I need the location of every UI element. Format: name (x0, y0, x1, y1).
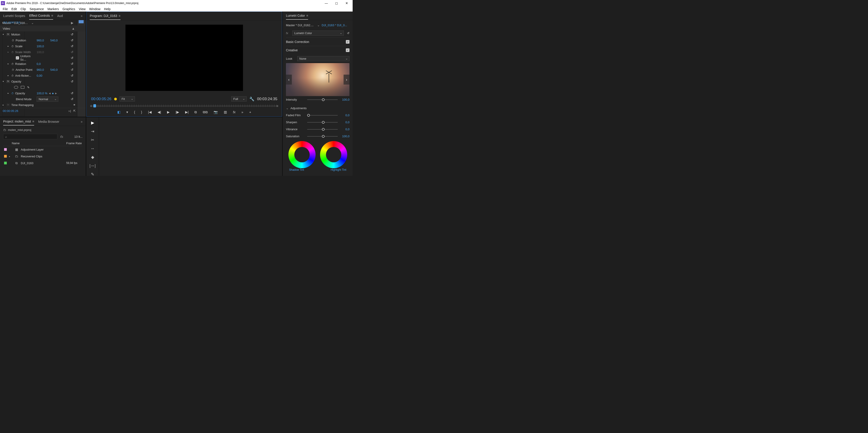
anchor-y[interactable]: 540,0 (51, 68, 58, 71)
stopwatch-icon[interactable] (11, 62, 14, 66)
tab-lumetri-scopes[interactable]: Lumetri Scopes (3, 12, 25, 20)
ellipse-mask-icon[interactable] (14, 86, 18, 89)
menu-help[interactable]: Help (102, 7, 112, 11)
mark-out-icon[interactable]: } (141, 110, 142, 114)
play-icon[interactable]: ▶ (167, 110, 170, 114)
tab-project[interactable]: Project: molen_mist≡ (3, 118, 34, 125)
intensity-slider[interactable] (307, 99, 338, 100)
saturation-slider[interactable] (307, 136, 338, 136)
reset-icon[interactable]: ↺ (71, 33, 73, 36)
twisty-icon[interactable]: ▸ (9, 155, 12, 158)
stopwatch-icon[interactable] (11, 44, 14, 48)
fx-icon[interactable]: fx (233, 110, 236, 114)
reset-icon[interactable]: ↺ (71, 44, 73, 48)
next-look-icon[interactable]: › (344, 74, 349, 85)
vibrance-value[interactable]: 0,0 (340, 127, 349, 131)
reset-icon[interactable]: ↺ (71, 80, 73, 83)
overflow-icon[interactable]: » (241, 110, 243, 114)
compare-view-icon[interactable]: ▥ (224, 110, 227, 114)
fx-badge-icon[interactable]: fx (6, 33, 10, 36)
sharpen-slider[interactable] (307, 122, 338, 123)
stopwatch-icon[interactable] (12, 68, 14, 71)
twisty-icon[interactable]: ▸ (8, 74, 10, 76)
export-frame-icon[interactable]: 📷 (214, 110, 218, 114)
shadow-tint-wheel[interactable] (288, 141, 315, 168)
twisty-icon[interactable]: ▸ (3, 104, 5, 106)
uniform-scale-checkbox[interactable]: ✓ (16, 56, 19, 59)
menu-sequence[interactable]: Sequence (28, 7, 46, 11)
zoom-icon[interactable]: ▹| (69, 109, 71, 113)
add-keyframe-icon[interactable]: ◆ (52, 92, 54, 94)
rotation-value[interactable]: 0,0 (37, 62, 41, 66)
menu-file[interactable]: File (1, 7, 10, 11)
anchor-x[interactable]: 960,0 (37, 68, 44, 71)
reset-icon[interactable]: ↺ (71, 97, 73, 101)
reset-icon[interactable]: ↺ (71, 50, 73, 54)
close-button[interactable]: ✕ (342, 0, 352, 6)
next-keyframe-icon[interactable]: ▶ (55, 92, 57, 94)
twisty-icon[interactable]: ▸ (8, 45, 10, 47)
basic-correction-checkbox[interactable]: ✓ (346, 40, 349, 44)
rect-mask-icon[interactable] (21, 86, 24, 89)
look-select[interactable]: None (297, 56, 349, 61)
prev-look-icon[interactable]: ‹ (286, 74, 292, 85)
track-select-tool-icon[interactable]: ⇥ (89, 129, 96, 134)
lumetri-clip-link[interactable]: DJI_0163 * DJI_0... (322, 24, 349, 27)
menu-graphics[interactable]: Graphics (61, 7, 77, 11)
wrench-settings-icon[interactable]: 🔧 (249, 97, 254, 101)
scrub-handle[interactable] (93, 104, 96, 107)
stopwatch-icon[interactable] (11, 74, 14, 77)
program-scrubber[interactable] (91, 104, 277, 108)
reset-icon[interactable]: ↺ (347, 31, 349, 35)
fx-badge-icon[interactable]: fx (6, 80, 10, 83)
creative-checkbox[interactable]: ✓ (346, 49, 349, 52)
twisty-icon[interactable]: ⌄ (286, 106, 289, 110)
anti-flicker-value[interactable]: 0,00 (37, 74, 42, 77)
tab-program[interactable]: Program: DJI_0163≡ (90, 12, 121, 20)
menu-edit[interactable]: Edit (10, 7, 19, 11)
new-bin-icon[interactable]: 🗀 (60, 135, 63, 138)
project-item[interactable]: ▦ Adjustment Layer (3, 146, 83, 153)
reset-icon[interactable]: ↺ (71, 38, 73, 42)
faded-film-slider[interactable] (307, 115, 338, 116)
mark-in-icon[interactable]: { (134, 110, 135, 114)
chevron-down-icon[interactable]: ⌄ (31, 21, 34, 25)
resolution-select[interactable]: Full (231, 96, 247, 101)
vibrance-slider[interactable] (307, 129, 338, 129)
twisty-icon[interactable]: ▾ (3, 80, 5, 83)
position-x[interactable]: 960,0 (37, 39, 44, 42)
scrub-start-dot[interactable] (90, 105, 92, 107)
reset-icon[interactable]: ↺ (71, 74, 73, 77)
bin-icon[interactable]: 🗀 (3, 128, 6, 132)
creative-label[interactable]: Creative (286, 49, 298, 52)
collapse-icon[interactable]: ▲ (72, 27, 75, 30)
stopwatch-icon[interactable] (12, 39, 14, 42)
link-icon[interactable]: ⚭ (73, 103, 76, 107)
sharpen-value[interactable]: 0,0 (340, 121, 349, 124)
basic-correction-label[interactable]: Basic Correction (286, 40, 309, 44)
project-item[interactable]: ▸ 🗀 Recovered Clips (3, 153, 83, 160)
opacity-value[interactable]: 100,0 % (37, 92, 48, 95)
lumetri-effect-select[interactable]: Lumetri Color (292, 31, 344, 36)
scrub-end-dot[interactable] (276, 105, 278, 107)
maximize-button[interactable]: ◻ (331, 0, 342, 6)
chevron-down-icon[interactable]: ⌄ (317, 23, 320, 27)
go-to-out-icon[interactable]: ▶| (185, 110, 189, 114)
play-icon[interactable]: ▶ (71, 21, 73, 25)
lift-icon[interactable]: ⧉ (194, 110, 197, 114)
extract-icon[interactable]: ⧉⧉ (203, 110, 208, 114)
prev-keyframe-icon[interactable]: ◀ (49, 92, 51, 94)
stopwatch-icon[interactable] (11, 92, 14, 95)
project-item[interactable]: ⧉ DJI_0163 59,94 fps (3, 160, 83, 166)
ripple-edit-tool-icon[interactable]: ↔ (89, 146, 96, 151)
twisty-icon[interactable]: ▸ (8, 92, 10, 94)
menu-view[interactable]: View (77, 7, 87, 11)
twisty-icon[interactable]: ▸ (8, 63, 10, 65)
col-name-header[interactable]: Name (3, 142, 66, 145)
panel-overflow-icon[interactable]: » (81, 120, 83, 123)
tab-media-browser[interactable]: Media Browser (38, 118, 59, 125)
step-back-icon[interactable]: ◀| (158, 110, 161, 114)
effect-controls-timecode[interactable]: 00:00:05:26 (3, 109, 18, 113)
fx-icon[interactable]: fx (286, 31, 290, 35)
intensity-value[interactable]: 100,0 (340, 98, 349, 101)
